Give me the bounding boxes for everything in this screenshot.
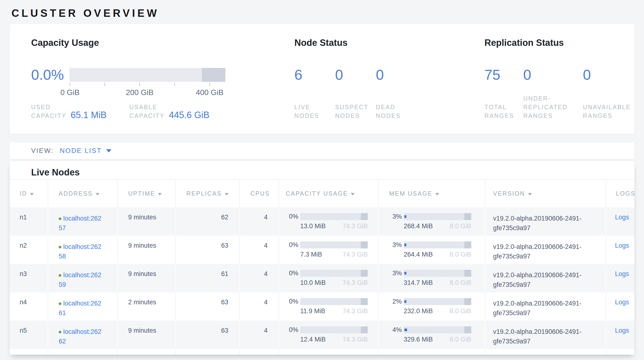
capacity-total-value: 74.3 GiB — [342, 279, 368, 287]
view-label: VIEW: — [31, 147, 54, 154]
table-row: n2 localhost:26258 9 minutes 63 4 0% 7.3… — [10, 236, 634, 264]
capacity-used-percent: 0.0% — [31, 66, 62, 84]
capacity-used-value: 12.4 MiB — [300, 335, 326, 343]
table-header-row: ID ADDRESS UPTIME REPLICAS CPUS CAPACITY… — [10, 179, 634, 207]
axis-tick — [70, 83, 70, 86]
capacity-bar-reserved-segment — [361, 270, 368, 277]
mem-percent: 3% — [389, 213, 402, 220]
capacity-usage-title: Capacity Usage — [31, 37, 294, 48]
logs-link[interactable]: Logs — [615, 299, 629, 306]
table-row: n3 localhost:26259 9 minutes 61 4 0% 10.… — [10, 264, 634, 292]
node-cpus-cell: 4 — [240, 321, 279, 349]
node-replicas-cell: 63 — [176, 292, 240, 321]
cluster-overview-page: CLUSTER OVERVIEW Capacity Usage 0.0% — [0, 0, 644, 355]
node-live-dot-icon — [59, 246, 61, 248]
live-nodes-table: ID ADDRESS UPTIME REPLICAS CPUS CAPACITY… — [10, 179, 634, 355]
node-version-cell: v19.2.0-alpha.20190606-2491-gfe735c9a97 — [485, 264, 606, 292]
mem-bar-fill — [404, 328, 407, 331]
node-live-dot-icon — [59, 274, 61, 277]
sort-desc-icon — [96, 193, 100, 196]
logs-link[interactable]: Logs — [615, 242, 629, 249]
node-version-cell: v19.2.0-alpha.20190606-2491-gfe735c9a97 — [485, 207, 606, 236]
live-nodes-panel: Live Nodes ID ADDRESS UPTIME REPLICAS CP… — [10, 161, 634, 355]
mem-percent: 4% — [389, 326, 402, 334]
node-logs-cell: Logs — [606, 292, 634, 321]
mem-percent: 3% — [389, 270, 402, 277]
node-address-link[interactable]: localhost:26257 — [59, 214, 103, 233]
total-ranges-label: TOTAL RANGES — [484, 103, 523, 120]
unavailable-ranges-label: UNAVAILABLE RANGES — [583, 103, 634, 120]
mem-usage-bar — [404, 298, 471, 305]
logs-link[interactable]: Logs — [615, 214, 629, 221]
mem-bar-fill — [404, 215, 406, 218]
node-address-link[interactable]: localhost:26262 — [59, 327, 103, 346]
capacity-bar-reserved-segment — [361, 326, 368, 333]
table-row-partial — [10, 349, 634, 355]
node-mem-usage-cell: 3% 264.4 MiB 8.0 GiB — [378, 236, 485, 264]
under-replicated-ranges-label: UNDER-REPLICATED RANGES — [523, 94, 583, 120]
mem-bar-reserved-segment — [464, 270, 471, 277]
node-replicas-cell: 63 — [176, 321, 240, 349]
column-header-mem-usage[interactable]: MEM USAGE — [378, 179, 485, 207]
node-version-cell: v19.2.0-alpha.20190606-2491-gfe735c9a97 — [485, 236, 606, 264]
capacity-used-value: 11.9 MiB — [300, 307, 325, 315]
capacity-percent: 0% — [286, 270, 298, 277]
live-nodes-count: 6 — [294, 66, 335, 84]
node-address-link[interactable]: localhost:26258 — [59, 242, 103, 261]
column-header-replicas[interactable]: REPLICAS — [176, 179, 240, 207]
view-dropdown[interactable]: NODE LIST — [60, 147, 112, 154]
column-header-address[interactable]: ADDRESS — [48, 179, 118, 207]
node-id-cell: n4 — [10, 292, 48, 321]
mem-total-value: 8.0 GiB — [450, 222, 471, 230]
cluster-summary-panel: Capacity Usage 0.0% 0 GiB 200 GiB — [10, 24, 634, 134]
column-header-id[interactable]: ID — [10, 179, 48, 207]
capacity-usage-bar-chart: 0 GiB 200 GiB 400 GiB — [70, 68, 226, 82]
axis-tick — [210, 83, 210, 86]
column-header-uptime[interactable]: UPTIME — [118, 179, 176, 207]
node-id-cell: n2 — [10, 236, 48, 264]
mem-bar-reserved-segment — [464, 213, 471, 220]
node-address-link[interactable]: localhost:26259 — [59, 270, 103, 289]
node-id-cell: n5 — [10, 321, 48, 349]
node-replicas-cell: 61 — [176, 264, 240, 292]
node-logs-cell: Logs — [606, 207, 634, 236]
mem-bar-reserved-segment — [464, 298, 471, 305]
sort-desc-icon — [528, 193, 532, 196]
column-header-capacity-usage[interactable]: CAPACITY USAGE — [279, 179, 378, 207]
axis-tick — [174, 83, 175, 86]
live-nodes-label: LIVE NODES — [294, 103, 335, 120]
node-mem-usage-cell: 3% 314.7 MiB 8.0 GiB — [378, 264, 485, 292]
node-uptime-cell: 9 minutes — [118, 207, 176, 236]
mem-used-value: 264.4 MiB — [404, 250, 433, 258]
node-cpus-cell: 4 — [240, 292, 279, 321]
node-replicas-cell: 62 — [176, 207, 240, 236]
axis-tick-label: 400 GiB — [196, 88, 224, 97]
mem-bar-reserved-segment — [464, 326, 471, 333]
node-cpus-cell: 4 — [240, 207, 279, 236]
mem-usage-bar — [404, 270, 471, 277]
node-mem-usage-cell: 4% 329.6 MiB 8.0 GiB — [378, 321, 485, 349]
capacity-bar-reserved-segment — [361, 298, 368, 305]
usable-capacity-stat: USABLE CAPACITY 445.6 GiB — [130, 103, 210, 120]
node-id-cell: n3 — [10, 264, 48, 292]
usable-capacity-value: 445.6 GiB — [169, 110, 210, 120]
logs-link[interactable]: Logs — [615, 327, 629, 334]
suspect-nodes-label: SUSPECT NODES — [335, 103, 376, 120]
logs-link[interactable]: Logs — [615, 270, 629, 277]
node-version-cell: v19.2.0-alpha.20190606-2491-gfe735c9a97 — [485, 292, 606, 321]
node-address-link[interactable]: localhost:26261 — [59, 299, 103, 318]
capacity-usage-bar — [300, 270, 368, 277]
node-logs-cell: Logs — [606, 321, 634, 349]
mem-usage-bar — [404, 213, 471, 220]
capacity-percent: 0% — [286, 298, 298, 305]
table-row: n5 localhost:26262 9 minutes 63 4 0% 12.… — [10, 321, 634, 349]
used-capacity-label: USED CAPACITY — [31, 103, 71, 120]
sort-desc-icon — [351, 193, 354, 196]
node-address-cell: localhost:26261 — [48, 292, 118, 321]
column-header-version[interactable]: VERSION — [485, 179, 606, 207]
replication-status-title: Replication Status — [484, 37, 634, 48]
mem-bar-fill — [404, 244, 406, 246]
node-capacity-usage-cell: 0% 11.9 MiB 74.3 GiB — [279, 292, 378, 321]
node-address-cell: localhost:26259 — [48, 264, 118, 292]
mem-used-value: 314.7 MiB — [404, 279, 433, 287]
